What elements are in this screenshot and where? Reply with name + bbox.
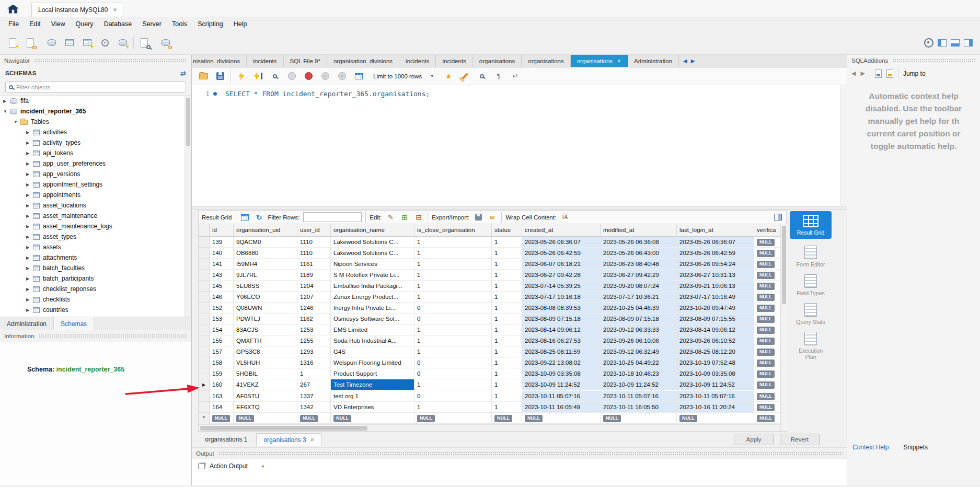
menu-view[interactable]: View (46, 18, 71, 30)
maximize-grid-button[interactable] (773, 212, 783, 223)
context-help-doc-icon[interactable] (875, 69, 882, 78)
column-header-status[interactable]: status (492, 224, 522, 237)
tree-item-tables[interactable]: ▼Tables (0, 117, 191, 127)
grid-cell[interactable]: Welspun Flooring Limited (331, 357, 414, 368)
grid-cell[interactable]: NULL (331, 413, 414, 424)
grid-cell[interactable]: 163 (210, 391, 234, 402)
grid-cell[interactable]: 2023-06-26 09:54:24 (677, 259, 754, 270)
tree-item-app-versions[interactable]: ▶app_versions (0, 169, 191, 179)
row-gutter[interactable] (199, 357, 210, 368)
close-icon[interactable]: × (310, 436, 314, 444)
grid-cell[interactable]: 1 (492, 335, 522, 346)
grid-cell[interactable]: Product Support (331, 368, 414, 379)
grid-cell[interactable]: 1 (414, 237, 492, 248)
grid-cell[interactable]: 2023-08-09 07:15:18 (522, 314, 601, 324)
tree-item-activity-types[interactable]: ▶activity_types (0, 137, 191, 148)
grid-cell[interactable]: 155 (210, 335, 234, 346)
scrollbar-thumb[interactable] (186, 98, 190, 146)
grid-cell[interactable]: 2023-05-26 06:42:59 (522, 248, 601, 259)
grid-cell[interactable]: 9JL7RL (234, 270, 297, 281)
grid-cell[interactable]: 83ACJS (234, 324, 297, 335)
grid-cell[interactable]: 2023-06-07 06:18:21 (522, 259, 601, 270)
grid-cell[interactable]: S M Rotoflex Private Li... (331, 270, 414, 281)
grid-cell[interactable]: 2023-10-18 10:46:23 (601, 368, 677, 379)
delete-row-button[interactable]: ⊟ (413, 212, 424, 223)
menu-scripting[interactable]: Scripting (192, 18, 228, 30)
grid-cell[interactable]: 0 (414, 391, 492, 402)
grid-cell[interactable]: 1 (492, 259, 522, 270)
column-header-organisation_uid[interactable]: organisation_uid (234, 224, 297, 237)
chevron-down-icon[interactable]: ▼ (14, 120, 20, 124)
grid-cell[interactable]: Nipoon Services (331, 259, 414, 270)
grid-cell[interactable]: NULL (754, 379, 780, 390)
row-gutter[interactable] (199, 259, 210, 270)
scrollbar-thumb[interactable] (200, 426, 367, 431)
grid-cell[interactable]: NULL (754, 314, 780, 324)
query-tab-active[interactable]: organisations× (571, 55, 628, 67)
grid-cell[interactable]: 157 (210, 346, 234, 357)
row-gutter[interactable] (199, 281, 210, 292)
menu-server[interactable]: Server (137, 18, 167, 30)
tree-item-checklists[interactable]: ▶checklists (0, 294, 191, 305)
grid-cell[interactable]: QMXFTH (234, 335, 297, 346)
query-tab[interactable]: incidents (436, 55, 472, 67)
query-tab[interactable]: SQL File 9* (284, 55, 327, 67)
grid-cell[interactable]: 1255 (297, 335, 331, 346)
grid-cell[interactable]: 1 (414, 259, 492, 270)
grid-cell[interactable]: 0 (414, 357, 492, 368)
grid-cell[interactable]: 164 (210, 402, 234, 413)
grid-cell[interactable]: 2023-05-26 06:42:59 (677, 248, 754, 259)
editor-scrollbar[interactable] (840, 85, 847, 206)
tree-item-attachments[interactable]: ▶attachments (0, 252, 191, 263)
grid-cell[interactable]: Zunax Energy Product... (331, 292, 414, 303)
grid-cell[interactable]: 1337 (297, 391, 331, 402)
tree-item-appointment-settings[interactable]: ▶appointment_settings (0, 179, 191, 190)
menu-help[interactable]: Help (228, 18, 252, 30)
grid-cell[interactable]: 2023-10-09 11:24:52 (522, 379, 601, 390)
schema-filter-box[interactable] (5, 82, 186, 92)
grid-cell[interactable]: 139 (210, 237, 234, 248)
grid-cell[interactable]: 1 (492, 237, 522, 248)
grid-cell[interactable]: NULL (677, 413, 754, 424)
chevron-right-icon[interactable]: ▶ (3, 99, 10, 103)
grid-cell[interactable]: 2023-10-11 05:07:16 (601, 391, 677, 402)
grid-cell[interactable]: 2023-08-25 08:11:59 (522, 346, 601, 357)
grid-cell[interactable]: Osmosys Software Sol... (331, 314, 414, 324)
grid-cell[interactable]: NULL (754, 292, 780, 303)
grid-cell[interactable]: NULL (210, 413, 234, 424)
tree-item-checklist-reponses[interactable]: ▶checklist_reponses (0, 284, 191, 294)
chevron-right-icon[interactable]: ▶ (26, 276, 33, 281)
grid-cell[interactable]: 2023-10-11 05:07:16 (677, 391, 754, 402)
chevron-right-icon[interactable]: ▶ (26, 172, 33, 177)
grid-cell[interactable]: 2023-10-09 11:24:52 (677, 379, 754, 390)
grid-cell[interactable]: G4S (331, 346, 414, 357)
grid-cell[interactable]: 1 (414, 281, 492, 292)
grid-cell[interactable]: 141 (210, 259, 234, 270)
grid-cell[interactable]: NULL (754, 368, 780, 379)
scrollbar-thumb[interactable] (782, 226, 786, 304)
open-sql-script-button[interactable] (23, 36, 38, 50)
rail-item-execution-plan[interactable]: Execution Plan (790, 332, 832, 360)
tab-administration[interactable]: Administration (0, 317, 53, 330)
grid-cell[interactable]: 153 (210, 314, 234, 324)
search-table-data-button[interactable] (137, 36, 152, 50)
tree-item-assets[interactable]: ▶assets (0, 242, 191, 252)
grid-cell[interactable]: 2023-06-27 09:42:29 (601, 270, 677, 281)
connection-tab[interactable]: Local instance MySQL80 × (31, 3, 123, 17)
grid-cell[interactable]: 159 (210, 368, 234, 379)
row-gutter[interactable] (199, 292, 210, 303)
tree-item-appointments[interactable]: ▶appointments (0, 190, 191, 200)
autocommit-toggle[interactable] (352, 70, 365, 83)
tree-item-countries[interactable]: ▶countries (0, 305, 191, 315)
row-gutter[interactable] (199, 402, 210, 413)
chevron-right-icon[interactable]: ▶ (26, 214, 33, 218)
jump-to-label[interactable]: Jump to (903, 70, 926, 77)
column-header-user_id[interactable]: user_id (297, 224, 331, 237)
row-gutter[interactable] (199, 237, 210, 248)
grid-cell[interactable]: 140 (210, 248, 234, 259)
tree-scrollbar[interactable] (185, 96, 191, 317)
grid-cell[interactable]: 2023-05-26 06:36:07 (677, 237, 754, 248)
edit-cell-button[interactable]: ✎ (385, 212, 396, 223)
grid-cell[interactable]: 2023-10-11 16:05:50 (601, 402, 677, 413)
row-gutter[interactable] (199, 303, 210, 314)
